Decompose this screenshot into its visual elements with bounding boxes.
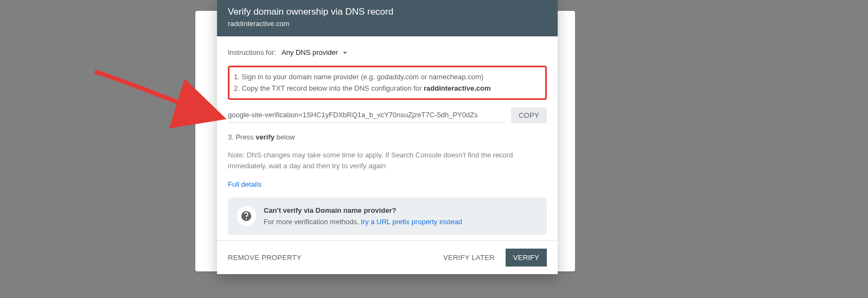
alt-method-question: Can't verify via Domain name provider? bbox=[264, 205, 462, 216]
step-1: 1. Sign in to your domain name provider … bbox=[234, 72, 541, 83]
dialog-header: Verify domain ownership via DNS record r… bbox=[217, 0, 558, 36]
dialog-footer: REMOVE PROPERTY VERIFY LATER VERIFY bbox=[217, 240, 558, 274]
steps-highlight-box: 1. Sign in to your domain name provider … bbox=[228, 66, 547, 100]
instructions-for-row: Instructions for: Any DNS provider bbox=[228, 47, 547, 58]
dns-note: Note: DNS changes may take some time to … bbox=[228, 150, 547, 171]
help-icon bbox=[240, 210, 252, 222]
alt-method-box: Can't verify via Domain name provider? F… bbox=[228, 198, 547, 235]
verify-domain-dialog: Verify domain ownership via DNS record r… bbox=[217, 0, 558, 274]
help-icon-circle bbox=[237, 206, 256, 226]
step-3-bold: verify bbox=[256, 133, 275, 141]
dns-provider-value: Any DNS provider bbox=[282, 47, 338, 58]
verify-later-button[interactable]: VERIFY LATER bbox=[438, 249, 500, 266]
dialog-body: Instructions for: Any DNS provider 1. Si… bbox=[217, 36, 558, 240]
remove-property-button[interactable]: REMOVE PROPERTY bbox=[228, 253, 302, 262]
step-2-domain: raddinteractive.com bbox=[424, 84, 491, 92]
instructions-label: Instructions for: bbox=[228, 47, 276, 58]
full-details-link[interactable]: Full details bbox=[228, 179, 261, 190]
alt-method-answer: For more verification methods, try a URL… bbox=[264, 217, 462, 227]
step-3-suffix: below bbox=[275, 133, 295, 141]
url-prefix-link[interactable]: try a URL prefix property instead bbox=[361, 218, 462, 226]
dns-provider-select[interactable]: Any DNS provider bbox=[282, 47, 350, 58]
dialog-title: Verify domain ownership via DNS record bbox=[228, 7, 547, 17]
chevron-down-icon bbox=[340, 48, 350, 58]
alt-method-text: Can't verify via Domain name provider? F… bbox=[264, 205, 462, 227]
dialog-subtitle: raddinteractive.com bbox=[228, 20, 547, 28]
copy-button[interactable]: COPY bbox=[511, 107, 547, 123]
txt-record-row: google-site-verification=1SHC1yFDXbRQ1a_… bbox=[228, 107, 547, 123]
step-3-prefix: 3. Press bbox=[228, 133, 256, 141]
txt-record-value[interactable]: google-site-verification=1SHC1yFDXbRQ1a_… bbox=[228, 107, 506, 123]
step-3: 3. Press verify below bbox=[228, 132, 547, 143]
step-2-prefix: 2. Copy the TXT record below into the DN… bbox=[234, 84, 424, 92]
verify-button[interactable]: VERIFY bbox=[506, 249, 547, 267]
step-2: 2. Copy the TXT record below into the DN… bbox=[234, 83, 541, 94]
alt-answer-prefix: For more verification methods, bbox=[264, 218, 361, 226]
